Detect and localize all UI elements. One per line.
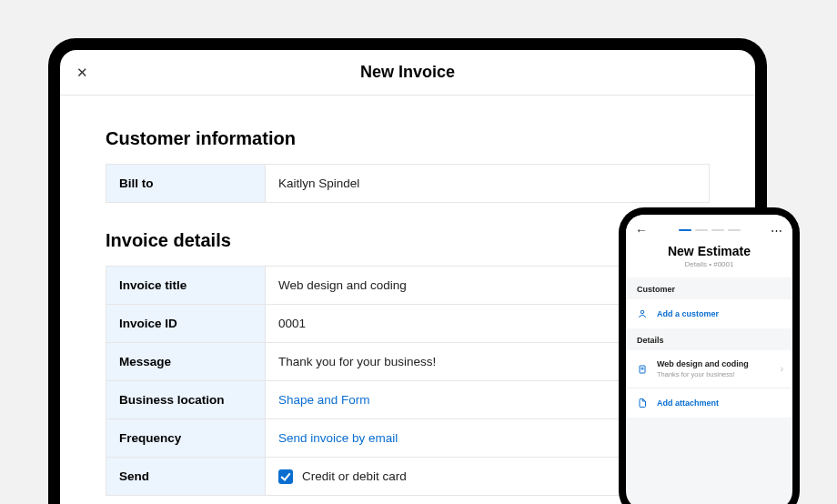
details-card: Web design and coding Thanks for your bu…	[626, 350, 792, 418]
credit-debit-checkbox[interactable]	[278, 469, 293, 484]
detail-item-subtitle: Thanks for your business!	[657, 370, 749, 378]
detail-item-title: Web design and coding	[657, 359, 749, 368]
message-label: Message	[106, 343, 266, 381]
business-location-label: Business location	[106, 381, 266, 419]
attachment-icon	[637, 398, 648, 408]
progress-step	[728, 229, 741, 232]
add-attachment-row[interactable]: Add attachment	[626, 388, 792, 418]
customer-card: Add a customer	[626, 299, 792, 328]
table-row: Bill to Kaitlyn Spindel	[106, 165, 710, 203]
back-arrow-icon[interactable]: ←	[635, 224, 648, 237]
phone-screen: ← ⋯ New Estimate Details • #0001 Custome…	[626, 215, 792, 504]
page-title: New Invoice	[60, 63, 755, 82]
phone-header: ← ⋯ New Estimate Details • #0001	[626, 215, 792, 277]
document-icon	[637, 364, 648, 375]
progress-step	[695, 229, 708, 232]
bill-to-label: Bill to	[106, 165, 266, 203]
more-menu-icon[interactable]: ⋯	[771, 224, 783, 237]
add-customer-row[interactable]: Add a customer	[626, 299, 792, 328]
chevron-right-icon: ›	[781, 364, 783, 374]
progress-step	[711, 229, 724, 232]
send-label: Send	[106, 458, 266, 496]
customer-info-heading: Customer information	[106, 128, 710, 149]
phone-device-frame: ← ⋯ New Estimate Details • #0001 Custome…	[619, 207, 800, 504]
progress-indicator	[679, 229, 741, 232]
frequency-link[interactable]: Send invoice by email	[278, 431, 398, 445]
person-icon	[637, 308, 648, 319]
svg-point-0	[640, 310, 644, 314]
details-section-header: Details	[626, 328, 792, 350]
close-icon[interactable]: ✕	[76, 65, 95, 81]
detail-item-row[interactable]: Web design and coding Thanks for your bu…	[626, 350, 792, 388]
invoice-title-label: Invoice title	[106, 267, 266, 305]
business-location-link[interactable]: Shape and Form	[278, 393, 370, 407]
credit-debit-label: Credit or debit card	[302, 469, 407, 483]
customer-section-header: Customer	[626, 277, 792, 299]
add-attachment-label: Add attachment	[657, 398, 719, 408]
add-customer-label: Add a customer	[657, 309, 719, 318]
phone-page-subtitle: Details • #0001	[635, 260, 783, 268]
progress-step-active	[679, 229, 691, 232]
invoice-id-label: Invoice ID	[106, 305, 266, 343]
frequency-label: Frequency	[106, 419, 266, 458]
bill-to-value[interactable]: Kaitlyn Spindel	[266, 165, 710, 203]
customer-info-table: Bill to Kaitlyn Spindel	[106, 164, 710, 203]
phone-page-title: New Estimate	[635, 244, 783, 258]
tablet-header: ✕ New Invoice	[60, 50, 755, 96]
